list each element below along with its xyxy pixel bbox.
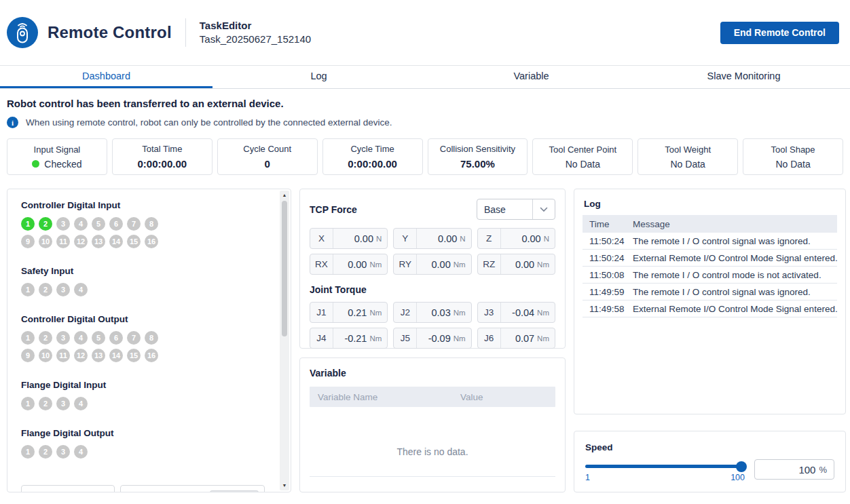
tab-variable[interactable]: Variable xyxy=(425,66,638,88)
variable-footer-divider xyxy=(310,476,555,477)
tab-slave-monitoring[interactable]: Slave Monitoring xyxy=(638,66,850,88)
stat-label: Collision Sensitivity xyxy=(440,144,515,154)
field-label: J4 xyxy=(310,328,333,348)
tab-log[interactable]: Log xyxy=(212,66,425,88)
variable-empty-state: There is no data. xyxy=(310,446,555,457)
stat-label: Cycle Time xyxy=(350,144,394,154)
value-field-x: X0.00N xyxy=(310,228,388,249)
stat-card-collision-sensitivity: Collision Sensitivity75.00% xyxy=(428,138,528,175)
field-unit: Nm xyxy=(537,260,549,269)
header-divider xyxy=(185,18,186,47)
io-extra-input[interactable] xyxy=(21,485,115,492)
log-time: 11:50:24 xyxy=(589,236,633,246)
stat-value-text: 75.00% xyxy=(460,158,495,170)
stat-value: No Data xyxy=(566,159,600,170)
stat-card-cycle-count: Cycle Count0 xyxy=(217,138,318,175)
io-indicator-3: 3 xyxy=(56,217,70,231)
log-message: The remote I / O control mode is not act… xyxy=(633,270,821,280)
field-label: Z xyxy=(478,229,501,248)
io-panel-scrollbar[interactable]: ▲ ▼ xyxy=(280,191,289,490)
io-status-panel: Controller Digital Input1234567891011121… xyxy=(7,189,291,492)
speed-slider-track[interactable] xyxy=(585,465,745,468)
io-section-flange-digital-output: Flange Digital Output1234 xyxy=(21,428,267,459)
stat-value-text: 0:00:00.00 xyxy=(138,158,187,170)
field-unit: N xyxy=(544,235,549,243)
joint-torque-fields: J10.21NmJ20.03NmJ3-0.04NmJ4-0.21NmJ5-0.0… xyxy=(310,302,555,349)
notice-info-text: When using remote control, robot can onl… xyxy=(26,117,392,128)
stat-label: Tool Weight xyxy=(665,144,711,155)
log-row: 11:50:24The remote I / O control signal … xyxy=(583,233,837,250)
io-section-controller-digital-output: Controller Digital Output123456789101112… xyxy=(21,314,267,362)
io-indicator-12: 12 xyxy=(74,349,88,362)
stat-value: 0:00:00.00 xyxy=(138,158,187,170)
field-number: 0.00 xyxy=(515,259,534,270)
dashboard-main: Controller Digital Input1234567891011121… xyxy=(0,175,850,492)
io-indicator-3: 3 xyxy=(56,397,70,410)
field-label: RY xyxy=(394,254,417,274)
log-table-header: Time Message xyxy=(583,215,837,233)
variable-table-header: Variable Name Value xyxy=(310,387,555,407)
stat-value-text: No Data xyxy=(775,159,810,170)
io-indicator-4: 4 xyxy=(74,217,88,231)
log-row: 11:50:08The remote I / O control mode is… xyxy=(583,267,837,284)
value-field-rx: RX0.00Nm xyxy=(310,254,388,275)
stat-card-tool-shape: Tool ShapeNo Data xyxy=(743,138,843,175)
io-indicator-13: 13 xyxy=(92,235,105,248)
notice-info-row: i When using remote control, robot can o… xyxy=(7,117,843,128)
io-extra-row xyxy=(21,485,265,492)
io-indicator-8: 8 xyxy=(145,331,158,345)
log-row: 11:50:24External Remote I/O Control Mode… xyxy=(583,250,837,267)
variable-title: Variable xyxy=(310,368,555,379)
io-indicator-4: 4 xyxy=(74,445,88,459)
scrollbar-thumb[interactable] xyxy=(282,201,287,336)
speed-value: 100 xyxy=(798,464,815,476)
notice-section: Robot control has been transferred to an… xyxy=(0,89,850,128)
io-section-title: Flange Digital Output xyxy=(21,428,267,438)
field-unit: N xyxy=(376,235,382,243)
field-label: J6 xyxy=(478,328,501,348)
variable-panel: Variable Variable Name Value There is no… xyxy=(299,357,566,492)
io-indicator-15: 15 xyxy=(127,235,141,248)
field-unit: Nm xyxy=(537,309,549,317)
io-indicator-2: 2 xyxy=(39,217,52,231)
speed-slider[interactable]: 1 100 xyxy=(585,459,745,482)
speed-slider-handle[interactable] xyxy=(736,461,747,472)
tcp-force-panel: TCP Force Base X0.00NY0.00NZ0.00NRX0.00N… xyxy=(299,189,566,349)
stat-value: No Data xyxy=(671,159,705,170)
value-field-rz: RZ0.00Nm xyxy=(477,254,555,275)
stat-card-total-time: Total Time0:00:00.00 xyxy=(112,138,212,175)
log-message: External Remote I/O Control Mode Signal … xyxy=(633,304,838,314)
field-number: 0.00 xyxy=(432,259,451,270)
tcp-force-fields: X0.00NY0.00NZ0.00NRX0.00NmRY0.00NmRZ0.00… xyxy=(310,228,555,275)
right-column: Log Time Message 11:50:24The remote I / … xyxy=(574,189,846,492)
field-value: -0.09Nm xyxy=(417,328,470,348)
scroll-down-icon[interactable]: ▼ xyxy=(280,482,289,490)
io-extra-button[interactable] xyxy=(210,490,259,492)
end-remote-control-button[interactable]: End Remote Control xyxy=(720,22,839,44)
io-indicator-13: 13 xyxy=(92,349,105,362)
field-label: J1 xyxy=(310,303,333,322)
io-indicator-9: 9 xyxy=(21,349,35,362)
io-indicator-10: 10 xyxy=(39,235,52,248)
stat-label: Tool Center Point xyxy=(549,144,616,155)
io-indicator-2: 2 xyxy=(39,331,52,345)
field-unit: Nm xyxy=(537,334,549,343)
io-indicator-2: 2 xyxy=(39,283,52,296)
field-label: J2 xyxy=(394,303,417,322)
value-field-j2: J20.03Nm xyxy=(393,302,471,323)
field-unit: Nm xyxy=(454,260,466,269)
io-indicator-11: 11 xyxy=(56,235,70,248)
io-indicator-9: 9 xyxy=(21,235,35,248)
speed-value-input[interactable]: 100 % xyxy=(754,459,834,480)
log-message-column-header: Message xyxy=(633,219,670,229)
io-indicator-group: 12345678910111213141516 xyxy=(21,217,164,248)
stat-value: 0 xyxy=(265,158,270,170)
scroll-up-icon[interactable]: ▲ xyxy=(280,191,289,199)
value-field-y: Y0.00N xyxy=(393,228,471,249)
io-extra-control[interactable] xyxy=(120,485,265,492)
frame-selector-dropdown[interactable]: Base xyxy=(477,199,555,220)
field-value: -0.21Nm xyxy=(333,328,387,348)
tab-dashboard[interactable]: Dashboard xyxy=(0,66,212,88)
chevron-down-icon xyxy=(532,199,555,219)
field-unit: Nm xyxy=(454,334,466,343)
